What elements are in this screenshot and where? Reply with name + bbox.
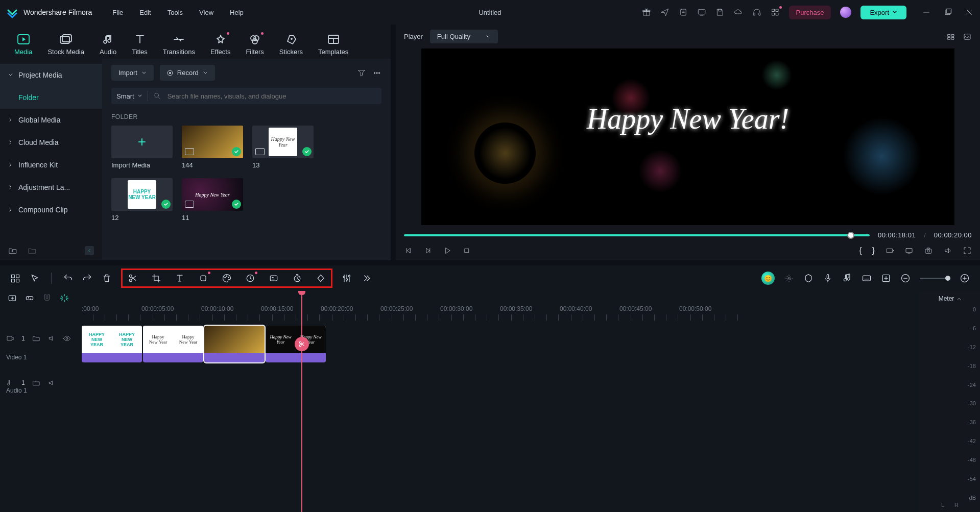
add-media-icon[interactable] <box>881 273 891 283</box>
zoom-in-icon[interactable] <box>960 273 970 283</box>
search-input[interactable] <box>168 92 376 100</box>
clip-3-selected[interactable] <box>204 326 265 362</box>
mark-in-icon[interactable]: { <box>859 246 862 255</box>
cloud-icon[interactable] <box>734 8 743 17</box>
save-icon[interactable] <box>715 8 725 17</box>
clip-1[interactable]: HAPPYNEWYEARHAPPYNEWYEAR <box>82 326 142 362</box>
meter-label-row[interactable]: Meter <box>939 295 962 302</box>
close-icon[interactable] <box>965 8 974 17</box>
magnet-icon[interactable] <box>42 293 52 303</box>
user-avatar[interactable] <box>840 7 851 18</box>
video-track-content[interactable]: HAPPYNEWYEARHAPPYNEWYEAR HappyNew YearHa… <box>82 325 920 371</box>
display-icon[interactable] <box>904 246 914 255</box>
delete-icon[interactable] <box>102 273 112 283</box>
crop-icon[interactable] <box>151 273 161 283</box>
menu-file[interactable]: File <box>112 9 123 16</box>
keyframe-icon[interactable] <box>316 273 326 283</box>
video-preview[interactable]: Happy New Year! <box>421 48 954 225</box>
play-icon[interactable] <box>443 246 452 255</box>
menu-view[interactable]: View <box>199 9 213 16</box>
export-button[interactable]: Export <box>861 6 906 19</box>
gift-icon[interactable] <box>642 8 651 17</box>
text-icon[interactable] <box>175 273 185 283</box>
subtitle-icon[interactable] <box>862 273 872 283</box>
progress-handle[interactable] <box>847 232 854 239</box>
folder-icon[interactable] <box>28 246 37 255</box>
progress-bar[interactable] <box>404 234 870 236</box>
media-thumb-12[interactable]: HAPPY NEW YEAR 12 <box>111 178 173 222</box>
sidebar-project-media[interactable]: Project Media <box>0 64 102 86</box>
send-icon[interactable] <box>660 8 670 17</box>
redo-icon[interactable] <box>82 273 92 283</box>
microphone-icon[interactable] <box>823 273 833 283</box>
volume-icon[interactable] <box>943 246 952 255</box>
marker-icon[interactable] <box>803 273 814 283</box>
image-view-icon[interactable] <box>963 32 972 41</box>
snapshot-icon[interactable] <box>924 246 933 255</box>
media-thumb-13[interactable]: Happy New Year 13 <box>252 126 314 169</box>
sidebar-global-media[interactable]: Global Media <box>0 109 102 131</box>
sidebar-influence-kit[interactable]: Influence Kit <box>0 154 102 176</box>
stop-icon[interactable] <box>462 246 471 255</box>
sidebar-folder[interactable]: Folder <box>0 86 102 109</box>
more-icon[interactable] <box>372 68 381 78</box>
purchase-button[interactable]: Purchase <box>789 6 831 19</box>
import-button[interactable]: Import <box>111 65 154 81</box>
tab-audio[interactable]: Audio <box>95 31 121 59</box>
maximize-icon[interactable] <box>943 8 952 17</box>
timeline-ruler[interactable]: :00:00 00:00:05:00 00:00:10:00 00:00:15:… <box>82 305 920 321</box>
audio-track-content[interactable] <box>82 375 920 398</box>
adjustments-icon[interactable] <box>342 273 352 283</box>
tab-filters[interactable]: Filters <box>242 31 268 59</box>
collapse-sidebar-icon[interactable] <box>85 246 94 255</box>
prev-frame-icon[interactable] <box>404 246 413 255</box>
filter-icon[interactable] <box>357 68 366 78</box>
tab-titles[interactable]: Titles <box>128 31 152 59</box>
sidebar-cloud-media[interactable]: Cloud Media <box>0 131 102 154</box>
monitor-icon[interactable] <box>697 8 706 17</box>
search-mode-select[interactable]: Smart <box>116 92 142 100</box>
music-icon[interactable] <box>842 273 852 283</box>
sidebar-adjustment-layer[interactable]: Adjustment La... <box>0 176 102 199</box>
mute-icon[interactable] <box>47 334 56 343</box>
playhead-split-icon[interactable] <box>295 337 309 351</box>
playhead[interactable] <box>301 291 302 512</box>
eye-icon[interactable] <box>63 334 71 343</box>
link-icon[interactable] <box>25 293 35 303</box>
notes-icon[interactable] <box>679 8 688 17</box>
menu-help[interactable]: Help <box>230 9 244 16</box>
quality-dropdown[interactable]: Full Quality <box>430 30 498 43</box>
ratio-icon[interactable] <box>885 246 894 255</box>
undo-icon[interactable] <box>63 273 73 283</box>
tab-stock-media[interactable]: Stock Media <box>43 31 88 59</box>
zoom-out-icon[interactable] <box>900 273 911 283</box>
next-frame-icon[interactable] <box>423 246 433 255</box>
new-folder-icon[interactable] <box>8 246 17 255</box>
sidebar-compound-clip[interactable]: Compound Clip <box>0 199 102 221</box>
speed-icon-wrap[interactable] <box>245 273 255 283</box>
grid-view-icon[interactable] <box>946 32 955 41</box>
zoom-handle[interactable] <box>945 276 950 281</box>
fullscreen-icon[interactable] <box>963 246 972 255</box>
tab-effects[interactable]: Effects <box>206 31 235 59</box>
split-icon[interactable] <box>128 273 138 283</box>
sparkle-icon[interactable] <box>784 273 794 283</box>
headphones-icon[interactable] <box>752 8 761 17</box>
folder-small-icon[interactable] <box>32 334 40 343</box>
menu-tools[interactable]: Tools <box>168 9 183 16</box>
add-track-icon[interactable] <box>7 293 17 303</box>
timer-icon[interactable] <box>292 273 302 283</box>
import-media-tile[interactable]: + Import Media <box>111 126 173 169</box>
clip-2[interactable]: HappyNew YearHappyNew Year <box>143 326 203 362</box>
tab-stickers[interactable]: Stickers <box>275 31 307 59</box>
layout-icon[interactable] <box>10 273 20 283</box>
mask-icon-wrap[interactable] <box>198 273 208 283</box>
zoom-slider[interactable] <box>920 278 950 279</box>
more-tools-icon[interactable] <box>361 273 371 283</box>
apps-icon-wrap[interactable] <box>771 8 780 17</box>
auto-ripple-icon[interactable] <box>59 293 69 303</box>
media-thumb-144[interactable]: 144 <box>182 126 243 169</box>
mark-out-icon[interactable]: } <box>872 246 875 255</box>
media-thumb-11[interactable]: Happy New Year 11 <box>182 178 243 222</box>
minimize-icon[interactable] <box>922 8 931 17</box>
